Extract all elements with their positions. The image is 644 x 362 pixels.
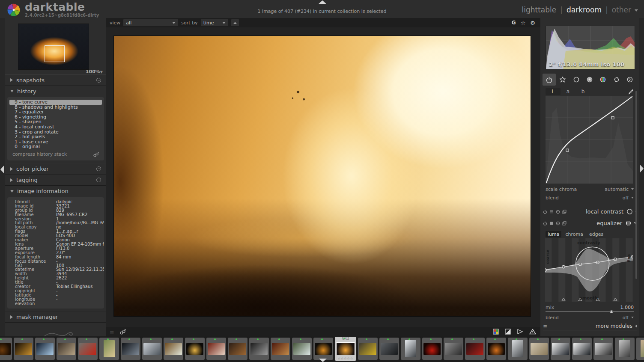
mix-value[interactable]: 1.000: [620, 305, 634, 310]
filmstrip-thumbnail[interactable]: [206, 338, 226, 360]
styles-icon[interactable]: [119, 329, 126, 335]
filmstrip-thumbnail[interactable]: [508, 338, 528, 360]
snapshots-header[interactable]: snapshots: [5, 75, 106, 85]
tone-curve-graph[interactable]: [546, 96, 633, 184]
filmstrip-thumbnail[interactable]: [358, 338, 378, 360]
tagging-header[interactable]: tagging: [5, 175, 106, 185]
filmstrip-thumbnail[interactable]: [572, 338, 592, 360]
equalizer-title[interactable]: equalizer: [569, 220, 623, 226]
group-tone[interactable]: [583, 74, 596, 86]
filmstrip-thumbnail[interactable]: [551, 338, 570, 360]
multi-instance-icon[interactable]: [562, 210, 566, 214]
chevron-down-icon[interactable]: [631, 197, 634, 199]
history-item[interactable]: 9 - tone curve: [9, 100, 102, 105]
filmstrip-thumbnail[interactable]: [271, 338, 290, 360]
power-icon[interactable]: [543, 221, 547, 226]
chevron-down-icon[interactable]: [631, 188, 634, 190]
filmstrip-thumbnail[interactable]: [142, 338, 162, 360]
zoom-dropdown-icon[interactable]: ▼: [100, 70, 103, 74]
local-contrast-title[interactable]: local contrast: [569, 208, 624, 215]
power-icon[interactable]: [543, 210, 547, 214]
filmstrip-thumbnail[interactable]: [228, 338, 247, 360]
tone-curve-tab-L[interactable]: L: [546, 88, 561, 95]
mix-slider-track[interactable]: [546, 311, 634, 312]
grouping-toggle-icon[interactable]: G: [512, 20, 516, 26]
scale-chroma-value[interactable]: automatic: [605, 187, 629, 192]
group-color[interactable]: [596, 74, 610, 86]
history-item[interactable]: 0 - original: [9, 144, 102, 149]
presets-icon[interactable]: [96, 78, 101, 83]
filmstrip-thumbnail[interactable]: [121, 338, 140, 360]
filmstrip-thumbnail[interactable]: [35, 338, 55, 360]
module-local-contrast-header[interactable]: local contrast: [543, 208, 637, 215]
thumbnail-star-rating[interactable]: ☆☆☆☆☆: [335, 357, 356, 360]
main-image-canvas[interactable]: [113, 36, 531, 317]
presets-icon[interactable]: [96, 166, 101, 171]
gear-icon[interactable]: ⚙: [530, 20, 535, 26]
chevron-down-icon[interactable]: [631, 317, 634, 318]
view-link-darkroom[interactable]: darkroom: [566, 6, 602, 14]
filmstrip-thumbnail[interactable]: [249, 338, 269, 360]
filmstrip-thumbnail[interactable]: [164, 338, 183, 360]
sort-by-value[interactable]: time: [203, 20, 219, 26]
collapse-right-panel-handle[interactable]: [640, 164, 644, 173]
collapse-top-panel-handle[interactable]: [319, 0, 326, 4]
softproof-icon[interactable]: [505, 329, 511, 335]
history-item[interactable]: 4 - local contrast: [9, 125, 102, 130]
collapse-filmstrip-handle[interactable]: [319, 359, 327, 362]
color-picker-header[interactable]: color picker: [5, 164, 106, 174]
filmstrip-thumbnail[interactable]: [465, 338, 485, 360]
filmstrip-thumbnail[interactable]: [78, 338, 98, 360]
mix-slider-thumb[interactable]: [610, 310, 613, 313]
view-link-lighttable[interactable]: lighttable: [522, 6, 556, 14]
tone-curve-tab-a[interactable]: a: [561, 88, 575, 95]
expand-icon[interactable]: [635, 324, 637, 328]
sort-by-select[interactable]: time: [201, 19, 228, 26]
equalizer-tab-edges[interactable]: edges: [587, 231, 605, 237]
filmstrip-thumbnail[interactable]: [14, 338, 33, 360]
history-header[interactable]: history: [5, 86, 106, 96]
group-favorites[interactable]: [556, 74, 569, 86]
blend-value[interactable]: off: [623, 195, 629, 201]
filmstrip-thumbnail[interactable]: [529, 338, 549, 360]
reset-icon[interactable]: [556, 210, 560, 214]
mask-manager-header[interactable]: mask manager: [5, 312, 106, 322]
filmstrip-thumbnail[interactable]: [444, 338, 463, 360]
sort-direction-button[interactable]: [231, 19, 239, 26]
presets-icon[interactable]: [549, 210, 554, 214]
filmstrip-thumbnail-selected[interactable]: CR2☆☆☆☆☆: [335, 337, 356, 361]
collapse-left-panel-handle[interactable]: [0, 165, 4, 174]
presets-icon[interactable]: [96, 178, 101, 182]
equalizer-tab-luma[interactable]: luma: [546, 231, 561, 237]
history-item[interactable]: 2 - hot pixels: [9, 134, 102, 139]
module-equalizer-header[interactable]: equalizer: [543, 220, 637, 227]
group-effect[interactable]: [623, 74, 637, 86]
mix-slider[interactable]: [546, 310, 634, 313]
views-chevron-icon[interactable]: [635, 9, 638, 12]
filmstrip-thumbnail[interactable]: [422, 338, 442, 360]
filmstrip-thumbnail[interactable]: [185, 338, 205, 360]
navigation-thumbnail[interactable]: [18, 24, 89, 70]
filmstrip-menu-icon[interactable]: ≡: [110, 329, 114, 335]
histogram[interactable]: 2" f/13.0 84mm iso 100: [546, 26, 635, 70]
view-filter-select[interactable]: all: [123, 19, 178, 26]
raw-overexposed-icon[interactable]: [517, 329, 523, 335]
filmstrip-thumbnail[interactable]: [486, 338, 506, 360]
group-correct[interactable]: [610, 74, 623, 86]
image-information-header[interactable]: image information: [5, 186, 106, 196]
filmstrip-thumbnail[interactable]: [0, 338, 12, 360]
gamut-check-icon[interactable]: [493, 329, 499, 335]
filmstrip-thumbnail[interactable]: [615, 338, 635, 360]
blend-value[interactable]: off: [623, 315, 629, 320]
view-link-other[interactable]: other: [612, 6, 631, 14]
equalizer-tab-chroma[interactable]: chroma: [563, 231, 585, 237]
navigation-viewport-rect[interactable]: [45, 45, 65, 62]
filmstrip-thumbnail[interactable]: [292, 338, 312, 360]
tone-curve-tab-b[interactable]: b: [575, 88, 590, 95]
module-list-menu-icon[interactable]: ≡: [543, 323, 547, 329]
overexposed-warning-icon[interactable]: [529, 329, 536, 335]
equalizer-graph[interactable]: contrasty smooth coarse fine: [545, 238, 633, 302]
right-panel-scrollbar[interactable]: [635, 91, 637, 279]
filmstrip-thumbnail[interactable]: [636, 338, 644, 360]
filmstrip-thumbnail[interactable]: [401, 338, 420, 360]
